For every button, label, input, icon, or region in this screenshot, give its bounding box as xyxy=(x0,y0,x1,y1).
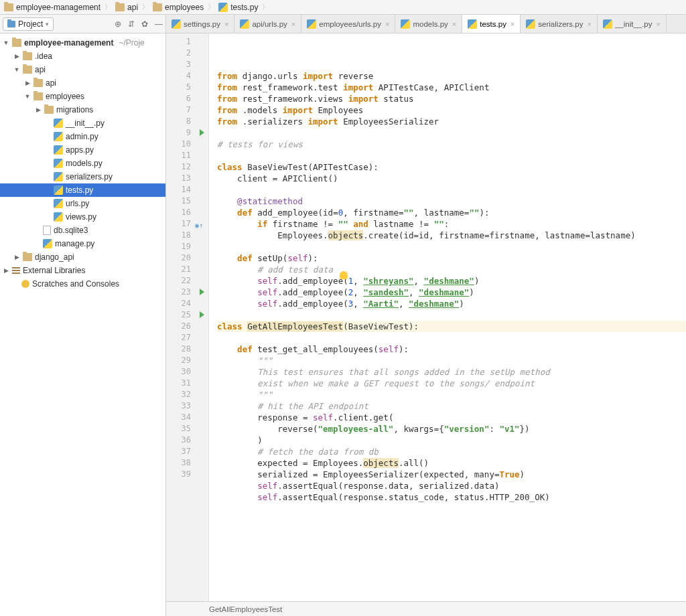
run-gutter-icon[interactable] xyxy=(200,311,204,318)
gutter-line[interactable]: 5 xyxy=(166,82,208,93)
editor-tab[interactable]: __init__.py× xyxy=(598,15,667,33)
code-line[interactable]: response = self.client.get( xyxy=(217,412,686,423)
tree-item-djangoapi[interactable]: ▶ django_api xyxy=(0,250,165,264)
gutter-line[interactable]: 2 xyxy=(166,48,208,59)
gutter-line[interactable]: 17◉↑ xyxy=(166,218,208,230)
gutter-line[interactable]: 10 xyxy=(166,139,208,150)
crumb-api[interactable]: api xyxy=(115,3,138,12)
code-line[interactable] xyxy=(217,503,686,514)
crumb-project[interactable]: employee-management xyxy=(4,3,100,12)
gutter-line[interactable]: 6 xyxy=(166,93,208,104)
editor-tab[interactable]: serializers.py× xyxy=(521,15,598,33)
tree-item-idea[interactable]: ▶ .idea xyxy=(0,50,165,63)
editor-gutter[interactable]: 1234567891011121314151617◉↑1819202122232… xyxy=(166,33,209,601)
code-line[interactable]: @staticmethod xyxy=(217,196,686,207)
gutter-line[interactable]: 28 xyxy=(166,343,208,355)
gutter-line[interactable]: 14 xyxy=(166,184,208,196)
code-line[interactable]: self.add_employee(1, "shreyans", "deshma… xyxy=(217,275,686,287)
gutter-line[interactable]: 12 xyxy=(166,161,208,173)
crumb-employees[interactable]: employees xyxy=(153,3,204,12)
gutter-line[interactable]: 4 xyxy=(166,70,208,82)
tree-item-api-inner[interactable]: ▶ api xyxy=(0,76,165,90)
expand-arrow-icon[interactable]: ▶ xyxy=(24,80,31,86)
editor-tab[interactable]: models.py× xyxy=(395,15,462,33)
code-line[interactable]: self.add_employee(2, "sandesh", "deshman… xyxy=(217,287,686,298)
expand-arrow-icon[interactable]: ▼ xyxy=(24,93,31,100)
gutter-line[interactable]: 9 xyxy=(166,127,208,139)
editor-tab[interactable]: tests.py× xyxy=(462,15,521,33)
editor-tab[interactable]: api/urls.py× xyxy=(234,15,301,33)
code-line[interactable]: # add test data xyxy=(217,264,686,275)
project-view-selector[interactable]: Project ▾ xyxy=(3,17,54,31)
gutter-line[interactable]: 35 xyxy=(166,423,208,435)
gutter-line[interactable]: 18 xyxy=(166,230,208,241)
code-line[interactable]: self.add_employee(3, "Aarti", "deshmane"… xyxy=(217,298,686,309)
editor-tab[interactable]: employees/urls.py× xyxy=(301,15,395,33)
close-icon[interactable]: × xyxy=(385,20,389,28)
tree-root[interactable]: ▼ employee-management ~/Proje xyxy=(0,36,165,50)
tree-item-apps[interactable]: ▶ apps.py xyxy=(0,143,165,157)
tree-item-init[interactable]: ▶ __init__.py xyxy=(0,117,165,130)
tree-item-manage[interactable]: ▶ manage.py xyxy=(0,237,165,250)
tree-item-scratch[interactable]: ▶ Scratches and Consoles xyxy=(0,277,165,291)
gutter-line[interactable]: 36 xyxy=(166,435,208,446)
code-line[interactable]: def setUp(self): xyxy=(217,252,686,264)
tree-item-extlib[interactable]: ▶ External Libraries xyxy=(0,264,165,277)
code-line[interactable]: serialized = EmployeesSerializer(expecte… xyxy=(217,469,686,480)
code-line[interactable]: """ xyxy=(217,355,686,366)
code-line[interactable]: self.assertEqual(response.status_code, s… xyxy=(217,491,686,503)
code-line[interactable]: """ xyxy=(217,389,686,400)
gutter-line[interactable]: 30 xyxy=(166,366,208,378)
close-icon[interactable]: × xyxy=(452,20,456,28)
gutter-line[interactable]: 20 xyxy=(166,252,208,264)
gutter-line[interactable]: 15 xyxy=(166,196,208,207)
code-line[interactable]: from django.urls import reverse xyxy=(217,70,686,82)
code-line[interactable] xyxy=(217,127,686,139)
code-line[interactable]: # tests for views xyxy=(217,139,686,150)
tree-item-tests[interactable]: ▶ tests.py xyxy=(0,183,165,197)
expand-arrow-icon[interactable]: ▶ xyxy=(13,254,20,260)
code-line[interactable]: # fetch the data from db xyxy=(217,446,686,457)
expand-arrow-icon[interactable]: ▶ xyxy=(13,53,20,60)
code-line[interactable]: from rest_framework.views import status xyxy=(217,93,686,104)
locate-icon[interactable]: ⊕ xyxy=(115,19,121,29)
close-icon[interactable]: × xyxy=(224,20,228,28)
gutter-line[interactable]: 34 xyxy=(166,412,208,423)
tree-item-db[interactable]: ▶ db.sqlite3 xyxy=(0,224,165,237)
intention-bulb-icon[interactable] xyxy=(340,271,348,279)
gutter-line[interactable]: 19 xyxy=(166,241,208,252)
code-line[interactable]: This test ensures that all songs added i… xyxy=(217,366,686,378)
code-line[interactable]: from .models import Employees xyxy=(217,104,686,116)
gutter-line[interactable]: 13 xyxy=(166,173,208,184)
code-line[interactable] xyxy=(217,332,686,343)
run-gutter-icon[interactable] xyxy=(200,289,204,295)
gutter-line[interactable]: 16 xyxy=(166,207,208,218)
gutter-line[interactable]: 38 xyxy=(166,457,208,469)
gear-icon[interactable]: ✿ xyxy=(141,19,148,29)
gutter-line[interactable]: 29 xyxy=(166,355,208,366)
close-icon[interactable]: × xyxy=(510,20,514,28)
code-line[interactable]: self.assertEqual(response.data, serializ… xyxy=(217,480,686,491)
code-line[interactable] xyxy=(217,150,686,161)
tree-item-serializers[interactable]: ▶ serializers.py xyxy=(0,170,165,183)
expand-arrow-icon[interactable]: ▶ xyxy=(3,267,9,274)
tree-item-urls[interactable]: ▶ urls.py xyxy=(0,197,165,210)
expand-arrow-icon[interactable]: ▼ xyxy=(13,66,20,73)
gutter-line[interactable]: 26 xyxy=(166,321,208,332)
gutter-line[interactable]: 27 xyxy=(166,332,208,343)
gutter-line[interactable]: 8 xyxy=(166,116,208,127)
code-line[interactable]: from .serializers import EmployeesSerial… xyxy=(217,116,686,127)
gutter-line[interactable]: 39 xyxy=(166,469,208,480)
gutter-line[interactable]: 33 xyxy=(166,400,208,412)
expand-arrow-icon[interactable]: ▼ xyxy=(3,40,9,46)
code-line[interactable] xyxy=(217,184,686,196)
run-gutter-icon[interactable] xyxy=(200,129,204,136)
gutter-line[interactable]: 21 xyxy=(166,264,208,275)
expand-arrow-icon[interactable]: ▶ xyxy=(35,106,42,113)
code-editor[interactable]: from django.urls import reversefrom rest… xyxy=(209,33,686,601)
code-line[interactable]: Employees.objects.create(id=id, firstnam… xyxy=(217,230,686,241)
code-line[interactable]: expected = Employees.objects.all() xyxy=(217,457,686,469)
gutter-line[interactable]: 11 xyxy=(166,150,208,161)
code-line[interactable]: ) xyxy=(217,435,686,446)
tree-item-api[interactable]: ▼ api xyxy=(0,63,165,76)
